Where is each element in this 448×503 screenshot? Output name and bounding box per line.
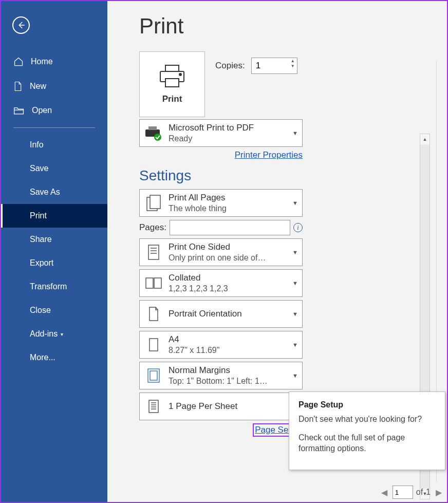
sidebar-item-open[interactable]: Open (1, 99, 107, 122)
sidebar-item-home[interactable]: Home (1, 49, 107, 74)
settings-heading: Settings (139, 167, 303, 184)
margins-dropdown[interactable]: Normal Margins Top: 1" Bottom: 1" Left: … (139, 362, 303, 389)
svg-rect-8 (150, 195, 160, 209)
printer-status: Ready (169, 134, 298, 143)
svg-rect-1 (165, 65, 179, 71)
chevron-down-icon: ▾ (61, 331, 63, 337)
sided-dropdown[interactable]: Print One Sided Only print on one side o… (139, 238, 303, 266)
prev-page-button[interactable]: ◀ (379, 487, 389, 498)
sidebar-item-info[interactable]: Info (1, 133, 107, 157)
sidebar-item-label: Info (30, 140, 44, 150)
orientation-dropdown[interactable]: Portrait Orientation ▼ (139, 300, 303, 328)
pages-input[interactable] (170, 220, 290, 235)
dd-title: A4 (169, 334, 298, 345)
dd-title: Print All Pages (169, 193, 298, 203)
svg-point-6 (154, 134, 161, 141)
dd-sub: 8.27" x 11.69" (169, 346, 298, 355)
per-sheet-icon (147, 399, 160, 414)
dd-title: 1 Page Per Sheet (169, 401, 298, 412)
copies-label: Copies: (215, 61, 245, 71)
printer-dropdown[interactable]: Microsoft Print to PDF Ready ▼ (139, 119, 303, 147)
sidebar-item-share[interactable]: Share (1, 228, 107, 251)
svg-rect-15 (150, 339, 158, 351)
info-icon[interactable]: i (293, 223, 303, 232)
of-label: of (416, 488, 423, 497)
chevron-down-icon: ▼ (292, 311, 298, 317)
svg-rect-2 (165, 79, 179, 87)
sidebar-divider (13, 127, 95, 128)
chevron-down-icon: ▼ (292, 372, 298, 379)
printer-properties-link[interactable]: Printer Properties (235, 150, 303, 160)
sidebar-item-save[interactable]: Save (1, 157, 107, 180)
one-sided-icon (146, 244, 161, 261)
home-icon (13, 57, 24, 67)
collated-icon (145, 276, 162, 290)
dd-sub: Top: 1" Bottom: 1" Left: 1… (169, 377, 298, 386)
sidebar-item-save-as[interactable]: Save As (1, 180, 107, 204)
back-button[interactable] (12, 16, 30, 34)
svg-point-3 (179, 73, 181, 76)
printer-icon (158, 64, 186, 88)
sidebar-item-label: Transform (30, 282, 67, 291)
sidebar-item-print[interactable]: Print (1, 204, 107, 228)
dd-sub: Only print on one side of… (169, 253, 298, 263)
chevron-down-icon: ▼ (292, 130, 298, 136)
svg-rect-18 (149, 400, 158, 413)
printer-name: Microsoft Print to PDF (169, 123, 298, 133)
sidebar-item-more[interactable]: More... (1, 346, 107, 369)
sidebar-item-label: More... (30, 353, 55, 362)
sidebar-item-label: Home (31, 57, 53, 66)
current-page-input[interactable] (393, 486, 413, 499)
back-arrow-icon (16, 21, 26, 30)
svg-rect-17 (150, 371, 157, 380)
page-setup-tooltip: Page Setup Don't see what you're looking… (289, 392, 445, 470)
chevron-down-icon: ▼ (292, 280, 298, 286)
copies-spinner[interactable]: ▲▼ (289, 59, 296, 69)
sidebar-item-new[interactable]: New (1, 74, 107, 99)
paper-size-dropdown[interactable]: A4 8.27" x 11.69" ▼ (139, 331, 303, 359)
spin-up-icon[interactable]: ▲ (289, 59, 296, 64)
sidebar-item-label: Export (30, 258, 53, 268)
tooltip-line2: Check out the full set of page formattin… (298, 432, 436, 454)
sidebar-item-label: Print (30, 211, 47, 220)
print-button[interactable]: Print (139, 51, 205, 117)
collate-dropdown[interactable]: Collated 1,2,3 1,2,3 1,2,3 ▼ (139, 269, 303, 297)
sidebar-item-label: Save As (30, 188, 60, 197)
page-title: Print (139, 14, 447, 39)
backstage-sidebar: Home New Open Info Save Save As Print Sh… (1, 1, 107, 502)
sidebar-item-label: Save (30, 164, 48, 173)
dd-sub: The whole thing (169, 204, 298, 213)
dd-sub: 1,2,3 1,2,3 1,2,3 (169, 284, 298, 293)
chevron-down-icon: ▼ (292, 200, 298, 206)
svg-rect-9 (148, 245, 159, 259)
sidebar-item-export[interactable]: Export (1, 251, 107, 275)
sidebar-item-label: Add-ins (30, 329, 58, 339)
chevron-down-icon: ▼ (292, 342, 298, 348)
tooltip-line1: Don't see what you're looking for? (298, 414, 436, 425)
total-pages: 1 (426, 488, 431, 497)
sidebar-item-addins[interactable]: Add-ins ▾ (1, 322, 107, 346)
sidebar-item-close[interactable]: Close (1, 299, 107, 322)
dd-title: Collated (169, 273, 298, 283)
scroll-up-button[interactable]: ▲ (420, 134, 430, 144)
page-navigator: ◀ of 1 ▶ (379, 486, 444, 499)
spin-down-icon[interactable]: ▼ (289, 64, 296, 69)
per-sheet-dropdown[interactable]: 1 Page Per Sheet ▼ (139, 393, 303, 420)
dd-title: Normal Margins (169, 365, 298, 376)
tooltip-title: Page Setup (298, 400, 436, 409)
folder-open-icon (13, 106, 25, 115)
pages-label: Pages: (139, 222, 166, 233)
sidebar-item-label: New (30, 82, 46, 91)
dd-title: Print One Sided (169, 242, 298, 252)
next-page-button[interactable]: ▶ (434, 487, 444, 498)
paper-icon (147, 337, 160, 352)
print-button-label: Print (162, 94, 182, 104)
sidebar-item-label: Share (30, 235, 52, 244)
sidebar-item-label: Close (30, 306, 51, 315)
margins-icon (146, 367, 161, 384)
print-what-dropdown[interactable]: Print All Pages The whole thing ▼ (139, 189, 303, 217)
sidebar-item-transform[interactable]: Transform (1, 275, 107, 299)
pages-icon (146, 194, 161, 212)
sidebar-item-label: Open (32, 106, 52, 115)
svg-rect-14 (154, 278, 161, 288)
